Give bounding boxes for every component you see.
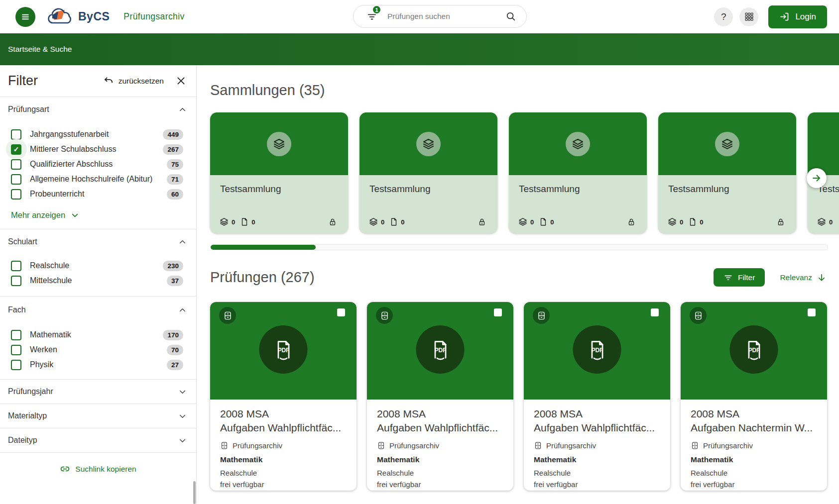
collection-card[interactable]: Testsammlung 0 0 (210, 112, 348, 233)
checkbox[interactable] (11, 330, 21, 340)
filter-section-dateityp[interactable]: Dateityp (0, 428, 196, 452)
filter-option-realschule[interactable]: Realschule 230 (0, 258, 196, 273)
carousel-next-button[interactable] (807, 168, 827, 188)
carousel-scrollbar-thumb[interactable] (211, 245, 316, 250)
filter-option-mathematik[interactable]: Mathematik 170 (0, 327, 196, 342)
login-button[interactable]: Login (768, 5, 827, 28)
filter-option-qualifizierter-abschluss[interactable]: Qualifizierter Abschluss 75 (0, 157, 196, 172)
filter-option-probeunterricht[interactable]: Probeunterricht 60 (0, 187, 196, 202)
help-icon: ? (721, 11, 726, 22)
checkbox[interactable] (11, 144, 21, 155)
filter-panel-title: Filter (8, 73, 38, 89)
collection-card[interactable]: Testsammlung 0 0 (360, 112, 497, 233)
checkbox[interactable] (11, 345, 21, 355)
search-input[interactable] (387, 12, 505, 21)
search-icon[interactable] (505, 11, 516, 22)
archive-icon (534, 441, 542, 450)
collection-title: Testsammlung (519, 184, 637, 195)
exam-card[interactable]: PDF 2008 MSA Aufgaben Wahlpflichtfäc... … (210, 302, 357, 491)
brand-text: ByCS (78, 10, 110, 23)
filter-section-schulart[interactable]: Schulart (0, 229, 196, 254)
filter-section-pruefungsjahr[interactable]: Prüfungsjahr (0, 380, 196, 403)
pdf-file-icon: PDF (586, 338, 608, 361)
checkbox[interactable] (11, 174, 21, 185)
filter-option-mittelschule[interactable]: Mittelschule 37 (0, 273, 196, 288)
arrow-right-icon (811, 173, 822, 184)
collection-title: Testsammlung (220, 184, 338, 195)
count-badge: 37 (167, 276, 183, 286)
exam-availability: frei verfügbar (377, 480, 503, 489)
select-checkbox[interactable] (808, 308, 816, 316)
help-button[interactable]: ? (714, 7, 733, 26)
select-checkbox[interactable] (494, 308, 502, 316)
layers-icon (817, 217, 827, 227)
chevron-down-icon (178, 387, 187, 397)
svg-text:PDF: PDF (748, 346, 760, 353)
archive-icon (537, 311, 546, 320)
undo-icon (104, 76, 114, 86)
collection-card[interactable]: Testsammlung 0 0 (658, 112, 796, 233)
chevron-up-icon (178, 305, 187, 315)
select-checkbox[interactable] (337, 308, 345, 316)
breadcrumb-bar: Startseite & Suche (0, 33, 839, 65)
count-badge: 60 (167, 189, 183, 200)
breadcrumb[interactable]: Startseite & Suche (8, 45, 72, 54)
lock-icon (776, 217, 785, 226)
checkbox[interactable] (11, 276, 21, 286)
filter-panel: Filter zurücksetzen Prüfungsart Jahrgang… (0, 65, 197, 504)
layers-icon (720, 137, 734, 151)
exam-title: Aufgaben Wahlpflichtfäc... (220, 421, 347, 435)
exam-title: Aufgaben Nachtermin W... (691, 421, 817, 435)
exam-subject: Mathematik (220, 455, 347, 464)
count-badge: 27 (167, 360, 183, 370)
collection-count: 0 (381, 218, 384, 226)
collections-heading: Sammlungen (35) (210, 82, 839, 99)
exam-year: 2008 MSA (691, 407, 817, 421)
apps-grid-button[interactable] (739, 7, 758, 26)
select-checkbox[interactable] (651, 308, 659, 316)
reset-filters-button[interactable]: zurücksetzen (104, 76, 164, 86)
checkbox[interactable] (11, 159, 21, 170)
carousel-scrollbar[interactable] (210, 244, 828, 250)
menu-button[interactable] (15, 7, 35, 27)
pdf-file-icon: PDF (272, 338, 295, 361)
close-filter-button[interactable] (176, 76, 186, 86)
copy-search-link-button[interactable]: Suchlink kopieren (0, 464, 196, 474)
filter-option-werken[interactable]: Werken 70 (0, 342, 196, 357)
search-bar[interactable]: 1 (353, 5, 527, 28)
layers-icon (219, 217, 229, 227)
exam-card[interactable]: PDF 2008 MSA Aufgaben Wahlpflichtfäc... … (367, 302, 513, 491)
filter-option-jahrgangsstufenarbeit[interactable]: Jahrgangsstufenarbeit 449 (0, 127, 196, 142)
bycs-logo-icon (46, 6, 73, 27)
file-count: 0 (700, 218, 703, 226)
filter-section-fach[interactable]: Fach (0, 297, 196, 323)
filter-option-physik[interactable]: Physik 27 (0, 357, 196, 372)
header-actions: ? Login (714, 5, 827, 28)
sort-by-relevance-button[interactable]: Relevanz (780, 273, 827, 283)
lock-icon (328, 217, 337, 226)
filter-section-pruefungsart[interactable]: Prüfungsart (0, 97, 196, 122)
exam-school: Realschule (220, 469, 347, 477)
show-more-button[interactable]: Mehr anzeigen (0, 210, 80, 220)
exam-card[interactable]: PDF 2008 MSA Aufgaben Nachtermin W... Pr… (681, 302, 827, 491)
hamburger-icon (20, 12, 30, 22)
archive-icon (694, 311, 703, 320)
svg-text:PDF: PDF (277, 346, 289, 353)
checkbox[interactable] (11, 261, 21, 271)
filter-lines-icon (723, 273, 733, 282)
exam-card[interactable]: PDF 2008 MSA Aufgaben Wahlpflichtfäc... … (524, 302, 670, 491)
exam-availability: frei verfügbar (534, 480, 660, 489)
collection-card[interactable]: Testsammlung 0 0 (509, 112, 647, 233)
filter-option-mittlerer-schulabschluss[interactable]: Mittlerer Schulabschluss 267 (0, 142, 196, 157)
filter-option-abitur[interactable]: Allgemeine Hochschulreife (Abitur) 71 (0, 172, 196, 187)
checkbox[interactable] (11, 360, 21, 370)
checkbox[interactable] (11, 189, 21, 200)
svg-text:PDF: PDF (591, 346, 603, 353)
exam-results: PDF 2008 MSA Aufgaben Wahlpflichtfäc... … (210, 302, 839, 491)
sidebar-scrollbar[interactable] (193, 481, 196, 504)
file-count: 0 (550, 218, 554, 226)
archive-icon (377, 441, 385, 450)
filter-section-materialtyp[interactable]: Materialtyp (0, 404, 196, 428)
exams-filter-button[interactable]: Filter (714, 268, 765, 287)
checkbox[interactable] (11, 129, 21, 140)
